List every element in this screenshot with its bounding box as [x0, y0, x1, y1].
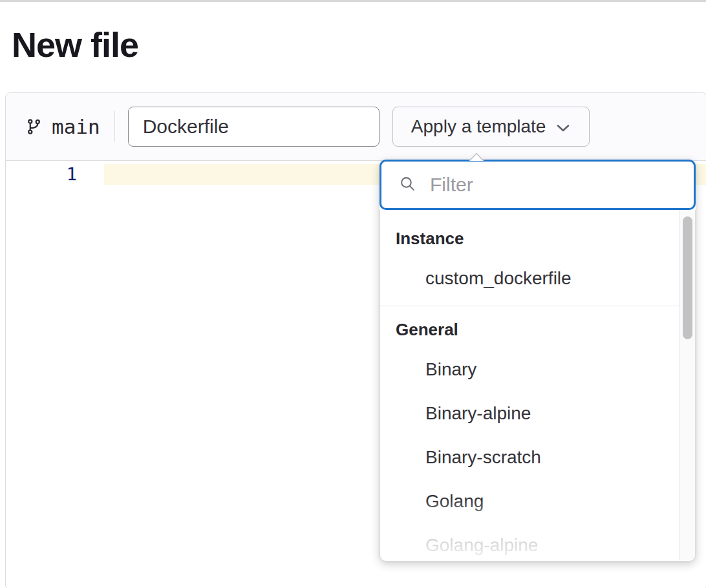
template-list: Instance custom_dockerfile General Binar…	[380, 210, 696, 562]
git-branch-icon	[25, 117, 43, 136]
search-icon	[400, 176, 416, 194]
editor-toolbar: main Apply a template	[6, 93, 706, 161]
branch-name: main	[52, 115, 100, 138]
chevron-down-icon	[556, 116, 570, 137]
template-item-golang[interactable]: Golang	[380, 479, 695, 523]
apply-template-button[interactable]: Apply a template	[392, 107, 590, 147]
section-header-instance: Instance	[380, 220, 695, 257]
page-top-divider	[0, 0, 706, 2]
section-divider	[380, 306, 695, 306]
section-header-general: General	[380, 311, 695, 348]
dropdown-pointer-icon	[469, 152, 484, 163]
dropdown-filter-row	[380, 160, 696, 210]
page-title: New file	[12, 25, 138, 65]
branch-indicator: main	[25, 115, 100, 138]
template-dropdown: Instance custom_dockerfile General Binar…	[380, 160, 696, 562]
template-item-binary[interactable]: Binary	[380, 348, 695, 392]
template-item-custom-dockerfile[interactable]: custom_dockerfile	[380, 257, 695, 300]
toolbar-divider	[114, 111, 115, 142]
line-number: 1	[6, 164, 77, 185]
filename-input[interactable]	[128, 107, 380, 147]
template-item-binary-alpine[interactable]: Binary-alpine	[380, 392, 695, 436]
apply-template-label: Apply a template	[411, 116, 546, 137]
template-list-content: Instance custom_dockerfile General Binar…	[380, 210, 695, 562]
template-item-golang-alpine[interactable]: Golang-alpine	[380, 523, 695, 562]
dropdown-scrollbar[interactable]	[679, 210, 695, 560]
template-item-binary-scratch[interactable]: Binary-scratch	[380, 436, 695, 479]
dropdown-scrollbar-thumb[interactable]	[683, 216, 692, 339]
template-filter-input[interactable]	[430, 174, 681, 196]
